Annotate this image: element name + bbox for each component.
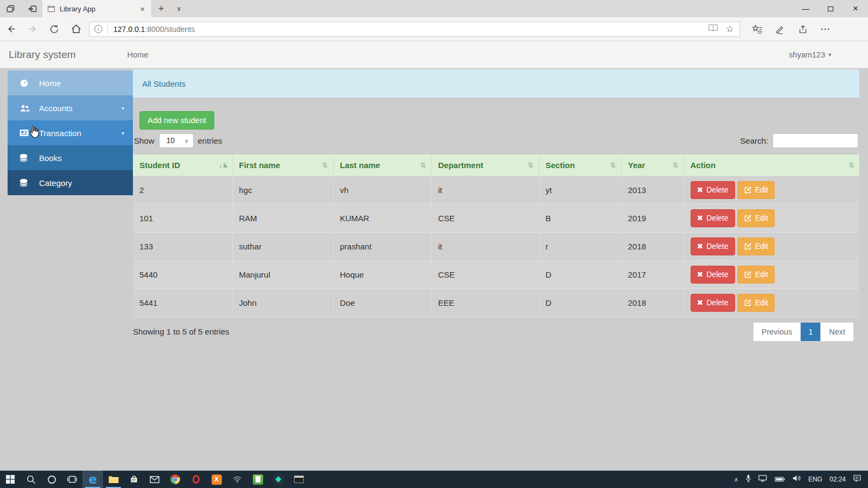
- delete-x-icon: ✖: [697, 186, 704, 194]
- reading-view-icon[interactable]: [708, 24, 718, 34]
- cell-student-id: 2: [133, 176, 232, 204]
- edit-button[interactable]: Edit: [737, 181, 775, 199]
- cell-first-name: hgc: [232, 176, 333, 204]
- delete-button[interactable]: ✖Delete: [691, 294, 735, 312]
- sidebar-item-home[interactable]: Home: [8, 70, 133, 95]
- sidebar-item-category[interactable]: Category: [8, 170, 133, 195]
- sort-icon: ⇅: [322, 161, 328, 169]
- minimize-button[interactable]: —: [793, 0, 818, 17]
- panel-heading: All Students: [133, 69, 859, 98]
- taskbar: e X ∧: [0, 471, 868, 488]
- speaker-icon[interactable]: [792, 474, 801, 484]
- language-indicator[interactable]: ENG: [808, 476, 822, 483]
- battery-icon[interactable]: [775, 474, 785, 484]
- sidebar-item-accounts[interactable]: Accounts ▾: [8, 95, 133, 120]
- cell-year: 2017: [621, 260, 684, 288]
- network-display-icon[interactable]: [758, 474, 768, 484]
- caret-down-icon: ▾: [828, 52, 831, 57]
- sidebar-item-transaction[interactable]: Transaction ▾: [8, 120, 133, 145]
- column-header-department[interactable]: Department ⇅: [431, 155, 539, 176]
- database-icon: [20, 153, 33, 162]
- address-bar[interactable]: i 127.0.0.1:8000/students ☆: [89, 22, 740, 37]
- delete-button[interactable]: ✖Delete: [691, 181, 735, 199]
- taskbar-store-icon[interactable]: [124, 471, 144, 488]
- add-new-student-button[interactable]: Add new student: [139, 111, 214, 130]
- column-header-action[interactable]: Action ⇅: [684, 155, 859, 176]
- entries-select-value: 10: [167, 136, 175, 145]
- transaction-card-icon: [20, 129, 33, 137]
- cell-first-name: John: [232, 288, 333, 317]
- taskbar-cmd-icon[interactable]: [289, 471, 309, 488]
- new-tab-button[interactable]: +: [152, 0, 170, 17]
- task-view-icon[interactable]: [62, 471, 82, 488]
- site-brand[interactable]: Library system: [9, 49, 76, 61]
- pagination-next[interactable]: Next: [821, 323, 853, 341]
- tray-chevron-icon[interactable]: ∧: [734, 476, 738, 483]
- delete-button[interactable]: ✖Delete: [691, 266, 735, 284]
- edit-button[interactable]: Edit: [737, 294, 775, 312]
- user-menu[interactable]: shyam123 ▾: [789, 50, 831, 59]
- tab-list-button[interactable]: ∨: [170, 0, 188, 17]
- edit-button[interactable]: Edit: [737, 266, 775, 284]
- taskbar-filmora-icon[interactable]: [268, 471, 289, 488]
- browser-tab[interactable]: Library App ×: [42, 0, 152, 17]
- taskbar-search-icon[interactable]: [21, 471, 41, 488]
- pagination-previous[interactable]: Previous: [754, 323, 801, 341]
- sidebar-item-label: Accounts: [39, 104, 73, 113]
- search-input[interactable]: [773, 133, 858, 148]
- microphone-icon[interactable]: [745, 474, 751, 485]
- sort-icon: ⇅: [420, 161, 426, 169]
- table-row: 5440 Manjurul Hoque CSE D 2017 ✖Delete E…: [133, 260, 859, 288]
- column-header-first-name[interactable]: First name ⇅: [232, 155, 333, 176]
- share-icon[interactable]: [793, 17, 813, 41]
- column-header-last-name[interactable]: Last name ⇅: [333, 155, 431, 176]
- back-button[interactable]: [0, 17, 22, 41]
- delete-button[interactable]: ✖Delete: [691, 209, 735, 227]
- column-header-section[interactable]: Section ⇅: [539, 155, 621, 176]
- cell-first-name: suthar: [232, 232, 333, 260]
- taskbar-chrome-icon[interactable]: [165, 471, 186, 488]
- taskbar-wifi-app-icon[interactable]: [227, 471, 247, 488]
- sidebar-item-label: Home: [39, 79, 61, 88]
- pagination-page-1[interactable]: 1: [801, 323, 821, 341]
- settings-ellipsis-icon[interactable]: ···: [816, 17, 835, 41]
- entries-summary: Showing 1 to 5 of 5 entries: [133, 327, 229, 336]
- sidebar-item-books[interactable]: Books: [8, 145, 133, 170]
- forward-button[interactable]: [22, 17, 43, 41]
- cortana-icon[interactable]: [41, 471, 62, 488]
- database-icon: [20, 178, 33, 187]
- refresh-button[interactable]: [43, 17, 65, 41]
- taskbar-explorer-icon[interactable]: [103, 471, 124, 488]
- action-center-icon[interactable]: [853, 474, 861, 485]
- close-button[interactable]: ×: [843, 0, 868, 17]
- tab-close-icon[interactable]: ×: [139, 5, 146, 13]
- tabs-preview-icon[interactable]: [25, 2, 39, 16]
- taskbar-xampp-icon[interactable]: X: [206, 471, 227, 488]
- cell-department: CSE: [431, 260, 539, 288]
- web-note-pen-icon[interactable]: [770, 17, 790, 41]
- delete-button[interactable]: ✖Delete: [691, 237, 735, 255]
- favorites-hub-icon[interactable]: [748, 17, 767, 41]
- cell-last-name: KUMAR: [333, 204, 431, 232]
- column-header-student-id[interactable]: Student ID ↓: [133, 155, 232, 176]
- clock[interactable]: 02:24: [829, 476, 846, 483]
- taskbar-editor-app-icon[interactable]: [247, 471, 268, 488]
- nav-link-home[interactable]: Home: [127, 50, 149, 59]
- entries-select[interactable]: 10 ∨: [159, 133, 194, 148]
- sidebar-item-label: Transaction: [39, 129, 81, 138]
- sort-icon: ⇅: [673, 161, 679, 169]
- cell-department: it: [431, 176, 539, 204]
- taskbar-opera-icon[interactable]: [186, 471, 206, 488]
- taskbar-mail-icon[interactable]: [144, 471, 165, 488]
- taskbar-edge-icon[interactable]: e: [82, 471, 103, 488]
- start-button[interactable]: [0, 471, 21, 488]
- favorite-star-icon[interactable]: ☆: [726, 23, 734, 35]
- edit-button[interactable]: Edit: [737, 209, 775, 227]
- column-header-year[interactable]: Year ⇅: [621, 155, 684, 176]
- edit-button[interactable]: Edit: [737, 237, 775, 255]
- restore-button[interactable]: [818, 0, 843, 17]
- site-info-icon[interactable]: i: [90, 24, 108, 34]
- set-tabs-aside-icon[interactable]: [3, 2, 17, 16]
- url-text[interactable]: 127.0.0.1:8000/students: [108, 25, 708, 34]
- home-button[interactable]: [65, 17, 87, 41]
